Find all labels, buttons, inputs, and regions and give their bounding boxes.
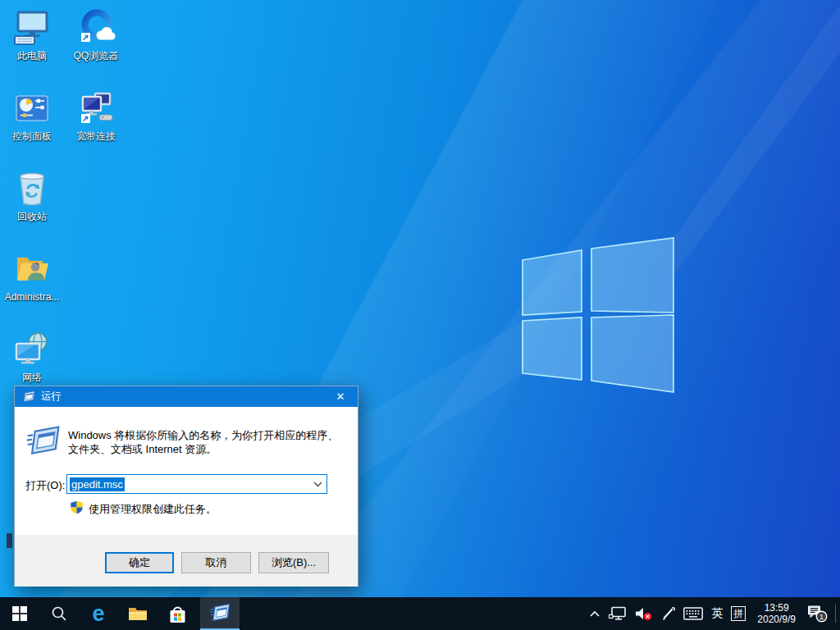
taskbar: e xyxy=(0,597,840,630)
desktop-icon-label: 回收站 xyxy=(1,211,63,222)
system-tray: 英 拼 13:59 2020/9/9 1 xyxy=(585,597,840,630)
network-desktop-icon xyxy=(12,330,52,369)
close-button[interactable]: ✕ xyxy=(323,386,358,407)
ok-button[interactable]: 确定 xyxy=(105,552,174,573)
ime-mode-indicator[interactable]: 拼 xyxy=(727,597,750,630)
desktop-icon-label: 宽带连接 xyxy=(65,130,127,142)
pen-icon xyxy=(661,607,675,621)
edge-button[interactable]: e xyxy=(79,597,118,630)
network-tray-button[interactable] xyxy=(605,597,631,630)
run-input-dropdown-button[interactable] xyxy=(309,475,326,493)
desktop-icon-label: Administra... xyxy=(1,291,63,303)
file-explorer-icon xyxy=(128,605,148,622)
run-taskbar-icon xyxy=(209,602,231,623)
desktop-icon-label: 控制面板 xyxy=(1,130,63,142)
run-dialog-titlebar[interactable]: 运行 ✕ xyxy=(15,386,358,407)
administrator-folder-icon xyxy=(12,249,52,289)
desktop-icon-broadband-connection[interactable]: 宽带连接 xyxy=(65,89,127,142)
broadband-connection-icon xyxy=(76,89,116,128)
volume-tray-button[interactable] xyxy=(631,597,657,630)
ime-pinyin-indicator: 拼 xyxy=(731,606,746,621)
run-dialog: 运行 ✕ Windows 将根据你所输入的名称，为你打开相应的程序、 文件夹、文… xyxy=(14,386,358,587)
close-icon: ✕ xyxy=(336,390,345,403)
desktop-icon-recycle-bin[interactable]: 回收站 xyxy=(1,169,63,222)
action-center-icon: 1 xyxy=(807,605,828,623)
run-taskbar-button[interactable] xyxy=(200,597,240,630)
chevron-down-icon xyxy=(313,482,322,487)
run-dialog-icon xyxy=(25,423,61,459)
desktop-icon-administrator-folder[interactable]: Administra... xyxy=(1,249,63,303)
notification-badge: 1 xyxy=(819,612,824,620)
open-label: 打开(O): xyxy=(25,478,65,493)
run-dialog-footer: 确定 取消 浏览(B)... xyxy=(15,535,358,587)
control-panel-icon xyxy=(12,89,52,128)
store-icon xyxy=(168,605,187,623)
cancel-button[interactable]: 取消 xyxy=(181,552,251,573)
clock-time: 13:59 xyxy=(757,602,796,614)
desktop-icon-label: 此电脑 xyxy=(1,50,63,62)
uac-note: 使用管理权限创建此任务。 xyxy=(89,502,217,517)
clock-date: 2020/9/9 xyxy=(757,614,796,625)
touch-keyboard-icon xyxy=(683,607,703,620)
run-input-value: gpedit.msc xyxy=(70,477,125,491)
run-description-line1: Windows 将根据你所输入的名称，为你打开相应的程序、 xyxy=(68,428,351,442)
windows-desktop: 此电脑 QQ浏览器 xyxy=(0,0,840,630)
show-desktop-button[interactable] xyxy=(836,597,840,630)
desktop-icon-control-panel[interactable]: 控制面板 xyxy=(1,89,63,142)
desktop-icon-label: 网络 xyxy=(1,372,63,383)
qq-browser-icon xyxy=(76,8,116,48)
partially-hidden-desktop-icon xyxy=(7,533,12,548)
hidden-icons-button[interactable] xyxy=(585,597,605,630)
run-dialog-title: 运行 xyxy=(41,390,62,404)
this-pc-icon xyxy=(12,8,52,48)
volume-muted-icon xyxy=(635,607,653,621)
run-description: Windows 将根据你所输入的名称，为你打开相应的程序、 文件夹、文档或 In… xyxy=(68,428,351,456)
desktop-icon-label: QQ浏览器 xyxy=(65,50,127,62)
uac-shield-icon xyxy=(70,500,84,514)
run-input[interactable]: gpedit.msc xyxy=(66,474,327,494)
edge-icon: e xyxy=(92,603,104,625)
action-center-button[interactable]: 1 xyxy=(803,597,832,630)
run-dialog-body: Windows 将根据你所输入的名称，为你打开相应的程序、 文件夹、文档或 In… xyxy=(15,407,358,535)
search-icon xyxy=(51,605,67,622)
recycle-bin-icon xyxy=(12,169,52,208)
start-button[interactable] xyxy=(0,597,39,630)
file-explorer-button[interactable] xyxy=(118,597,158,630)
ime-latin-indicator: 英 xyxy=(711,606,723,621)
start-icon xyxy=(12,606,27,621)
browse-button[interactable]: 浏览(B)... xyxy=(258,552,329,573)
desktop-icon-this-pc[interactable]: 此电脑 xyxy=(1,8,63,62)
search-button[interactable] xyxy=(39,597,79,630)
desktop-icon-qq-browser[interactable]: QQ浏览器 xyxy=(65,8,127,62)
ime-language-indicator[interactable]: 英 xyxy=(707,597,727,630)
desktop-icon-network[interactable]: 网络 xyxy=(1,330,63,383)
store-button[interactable] xyxy=(158,597,197,630)
touch-keyboard-button[interactable] xyxy=(679,597,707,630)
run-description-line2: 文件夹、文档或 Internet 资源。 xyxy=(68,442,351,456)
taskbar-clock[interactable]: 13:59 2020/9/9 xyxy=(750,602,803,625)
ethernet-icon xyxy=(609,606,627,621)
chevron-up-icon xyxy=(589,609,600,618)
run-window-icon xyxy=(21,390,35,404)
pen-tray-button[interactable] xyxy=(657,597,679,630)
